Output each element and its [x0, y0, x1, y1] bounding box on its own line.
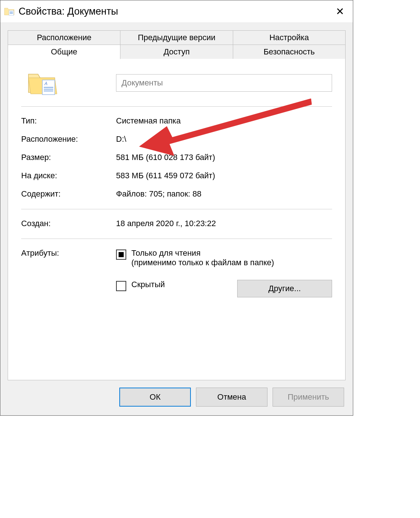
size-label: Размер:	[21, 153, 116, 162]
created-value: 18 апреля 2020 г., 10:23:22	[116, 219, 332, 228]
readonly-checkbox-row[interactable]: Только для чтения (применимо только к фа…	[116, 248, 274, 267]
size-on-disk-label: На диске:	[21, 171, 116, 180]
dialog-buttons: ОК Отмена Применить	[8, 380, 346, 408]
size-value: 581 МБ (610 028 173 байт)	[116, 153, 332, 162]
contains-label: Содержит:	[21, 189, 116, 199]
hidden-label: Скрытый	[131, 280, 165, 289]
window-title: Свойства: Документы	[19, 6, 332, 17]
attributes-label: Атрибуты:	[21, 248, 116, 258]
type-label: Тип:	[21, 116, 116, 126]
type-value: Системная папка	[116, 116, 332, 126]
folder-large-icon: A	[28, 70, 58, 96]
size-on-disk-value: 583 МБ (611 459 072 байт)	[116, 171, 332, 180]
close-button[interactable]: ✕	[332, 4, 348, 19]
tab-location[interactable]: Расположение	[8, 30, 120, 45]
ok-button[interactable]: ОК	[119, 388, 191, 407]
separator	[21, 106, 332, 107]
other-attributes-button[interactable]: Другие...	[237, 280, 332, 297]
folder-icon	[4, 6, 15, 17]
readonly-label: Только для чтения	[131, 248, 201, 258]
tab-general[interactable]: Общие	[8, 45, 120, 59]
hidden-checkbox-row[interactable]: Скрытый	[116, 280, 165, 291]
titlebar: Свойства: Документы ✕	[0, 0, 353, 22]
cancel-button[interactable]: Отмена	[196, 388, 267, 407]
properties-dialog: Свойства: Документы ✕ Расположение Преды…	[0, 0, 353, 416]
separator	[21, 239, 332, 239]
tab-security[interactable]: Безопасность	[233, 45, 346, 59]
location-value: D:\	[116, 134, 332, 144]
location-label: Расположение:	[21, 134, 116, 144]
tab-container: Расположение Предыдущие версии Настройка…	[8, 30, 346, 380]
dialog-body: Расположение Предыдущие версии Настройка…	[0, 22, 353, 415]
apply-button[interactable]: Применить	[273, 388, 344, 407]
tab-panel-general: A Тип: Системная папка	[8, 59, 346, 380]
separator	[21, 209, 332, 209]
readonly-sublabel: (применимо только к файлам в папке)	[131, 258, 274, 267]
contains-value: Файлов: 705; папок: 88	[116, 189, 332, 199]
tab-customize[interactable]: Настройка	[233, 30, 346, 45]
svg-text:A: A	[44, 81, 47, 86]
created-label: Создан:	[21, 219, 116, 228]
tab-previous-versions[interactable]: Предыдущие версии	[120, 30, 233, 45]
checkbox-empty-icon	[116, 281, 126, 291]
checkbox-indeterminate-icon	[116, 250, 126, 260]
tab-sharing[interactable]: Доступ	[120, 45, 233, 59]
folder-name-input[interactable]	[116, 74, 332, 92]
